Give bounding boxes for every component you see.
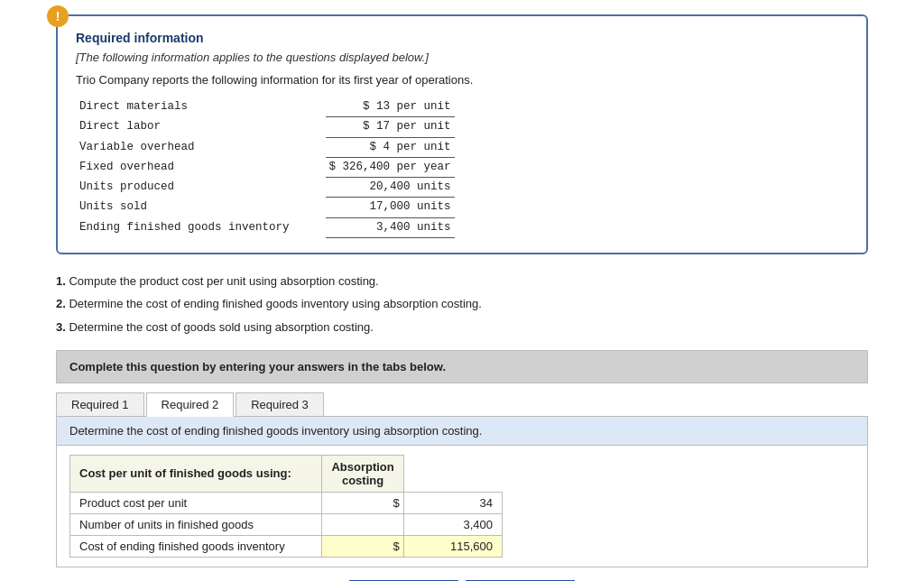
row-value: 17,000 units (326, 198, 455, 217)
col2-header: Absorption costing (322, 455, 403, 492)
data-table-row: Variable overhead $ 4 per unit (76, 137, 455, 157)
dollar-sign (322, 513, 403, 535)
row-label: Fixed overhead (76, 157, 326, 177)
row-label: Direct labor (76, 117, 326, 137)
tab-description: Determine the cost of ending finished go… (57, 417, 867, 446)
row-label: Units sold (76, 198, 326, 217)
data-table: Direct materials $ 13 per unit Direct la… (76, 97, 455, 238)
row-value: $ 4 per unit (326, 137, 455, 157)
data-table-row: Direct materials $ 13 per unit (76, 97, 455, 117)
answer-table-row: Number of units in finished goods 3,400 (70, 513, 503, 535)
answer-label: Cost of ending finished goods inventory (70, 535, 322, 557)
info-title: Required information (76, 31, 848, 45)
data-table-row: Direct labor $ 17 per unit (76, 117, 455, 137)
answer-table-row: Cost of ending finished goods inventory … (70, 535, 503, 557)
row-value: 20,400 units (326, 178, 455, 198)
info-intro: Trio Company reports the following infor… (76, 73, 848, 87)
row-label: Direct materials (76, 97, 326, 117)
answer-table-wrapper: Cost per unit of finished goods using: A… (57, 446, 867, 567)
answer-value: 34 (403, 492, 502, 513)
tab-required-1[interactable]: Required 1 (56, 392, 144, 416)
data-table-row: Units sold 17,000 units (76, 198, 455, 217)
col1-header: Cost per unit of finished goods using: (70, 455, 322, 492)
dollar-sign: $ (322, 535, 403, 557)
row-value: $ 13 per unit (326, 97, 455, 117)
row-value: 3,400 units (326, 217, 455, 237)
answer-label: Product cost per unit (70, 492, 322, 513)
row-label: Units produced (76, 178, 326, 198)
answer-label: Number of units in finished goods (70, 513, 322, 535)
tab-content-area: Determine the cost of ending finished go… (56, 417, 868, 567)
row-label: Variable overhead (76, 137, 326, 157)
tabs-row: Required 1 Required 2 Required 3 (56, 383, 868, 417)
complete-bar: Complete this question by entering your … (56, 350, 868, 383)
data-table-row: Ending finished goods inventory 3,400 un… (76, 217, 455, 237)
instruction-3: 3. Determine the cost of goods sold usin… (56, 317, 868, 337)
info-subtitle: [The following information applies to th… (76, 51, 848, 64)
nav-buttons: < Required 1 Required 3 > (56, 567, 868, 581)
info-box: ! Required information [The following in… (56, 14, 868, 254)
instruction-1: 1. Compute the product cost per unit usi… (56, 271, 868, 291)
main-container: ! Required information [The following in… (56, 14, 868, 581)
tab-required-2[interactable]: Required 2 (146, 392, 235, 417)
row-label: Ending finished goods inventory (76, 217, 326, 237)
answer-table-row: Product cost per unit $ 34 (70, 492, 503, 513)
dollar-sign: $ (322, 492, 403, 513)
row-value: $ 326,400 per year (326, 157, 455, 177)
answer-value: 3,400 (403, 513, 502, 535)
data-table-row: Units produced 20,400 units (76, 178, 455, 198)
instruction-2: 2. Determine the cost of ending finished… (56, 293, 868, 314)
data-table-row: Fixed overhead $ 326,400 per year (76, 157, 455, 177)
row-value: $ 17 per unit (326, 117, 455, 137)
tab-required-3[interactable]: Required 3 (236, 392, 324, 416)
warning-icon: ! (47, 5, 69, 27)
answer-value: 115,600 (403, 535, 502, 557)
answer-table: Cost per unit of finished goods using: A… (69, 455, 503, 558)
instructions: 1. Compute the product cost per unit usi… (56, 271, 868, 337)
